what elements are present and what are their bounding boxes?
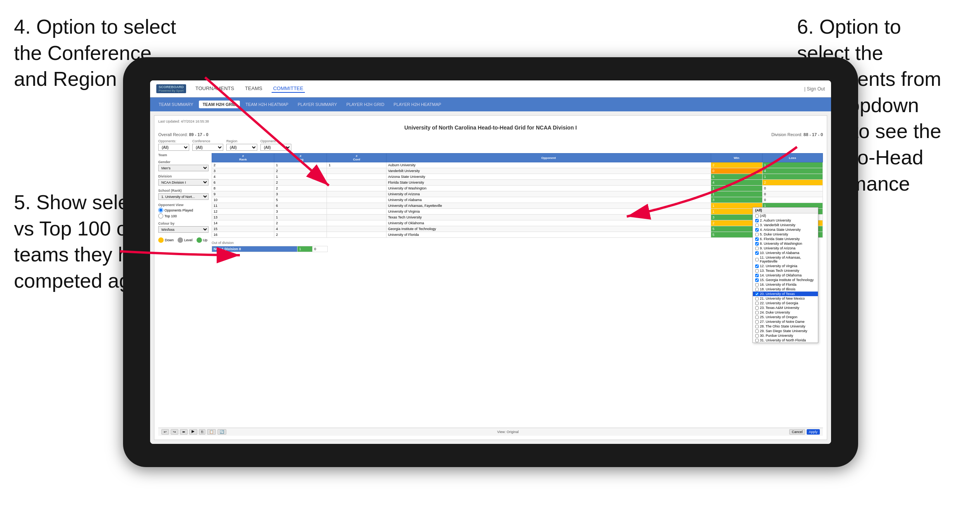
col-conf: #Conf [327,153,387,162]
cell-rank: 15 [212,226,274,232]
dropdown-item[interactable]: 21. University of New Mexico [753,296,818,301]
cell-win: 5 [711,174,762,180]
dropdown-item[interactable]: 30. Purdue University [753,333,818,338]
dropdown-item[interactable]: 28. The Ohio State University [753,324,818,329]
dropdown-item[interactable]: 31. University of North Florida [753,338,818,343]
cell-rank: 9 [212,191,274,197]
out-of-division: Out of division NCAA Division II 1 0 [212,241,823,252]
region-label: Region [226,139,257,143]
tab-h2h-grid[interactable]: TEAM H2H GRID [199,101,240,108]
copy-btn[interactable]: ⎘ [199,429,205,435]
nav-bar: SCOREBOARD Powered By Sport TOURNAMENTS … [150,80,831,97]
dropdown-item[interactable]: 5. Duke University [753,232,818,237]
dropdown-item[interactable]: (All) [753,213,818,218]
nav-signout[interactable]: | Sign Out [804,86,825,92]
cell-conf [327,220,387,226]
tab-team-summary[interactable]: TEAM SUMMARY [155,101,197,108]
dropdown-item[interactable]: 27. University of Notre Dame [753,319,818,324]
school-section: School (Rank) 1. University of Nort... [158,189,209,200]
dropdown-item[interactable]: 15. Georgia Institute of Technology [753,278,818,282]
dropdown-item[interactable]: 18. University of Illinois [753,287,818,292]
radio-opponents-played[interactable]: Opponents Played [158,208,209,213]
view-label: View: Original [497,430,518,434]
cell-rank: 4 [212,174,274,180]
cell-win: 3 [711,197,762,203]
cell-opponent: University of Florida [387,232,711,238]
table-row: 8 2 University of Washington 1 0 [212,186,823,191]
col-win: Win [711,153,762,162]
dropdown-item[interactable]: 12. University of Virginia [753,264,818,268]
back-btn[interactable]: ⬅ [180,429,188,435]
dropdown-item[interactable]: 4. Arizona State University [753,227,818,232]
cell-rank: 2 [212,162,274,168]
dropdown-item[interactable]: 8. University of Washington [753,241,818,246]
cell-conf: 1 [327,162,387,168]
table-row: 13 1 Texas Tech University 3 0 [212,215,823,220]
tab-player-h2h-heatmap[interactable]: PLAYER H2H HEATMAP [390,101,445,108]
apply-btn[interactable]: Apply [807,429,820,435]
cell-win: 1 [711,186,762,191]
dropdown-item[interactable]: 13. Texas Tech University [753,268,818,273]
dropdown-item[interactable]: 9. University of Arizona [753,246,818,251]
region-select[interactable]: (All) [226,144,257,151]
school-select[interactable]: 1. University of Nort... [158,193,209,200]
table-row: 4 1 Arizona State University 5 1 [212,174,823,180]
cell-conf [327,174,387,180]
dropdown-item[interactable]: 25. University of Oregon [753,315,818,319]
nav-committee[interactable]: COMMITTEE [272,85,305,93]
dropdown-item[interactable]: 16. University of Florida [753,282,818,287]
dropdown-item[interactable]: 24. Duke University [753,310,818,315]
radio-top-100[interactable]: Top 100 [158,213,209,218]
opponents-label: Opponents: [158,139,189,143]
cell-conf [327,226,387,232]
tab-h2h-heatmap[interactable]: TEAM H2H HEATMAP [241,101,292,108]
redo-btn[interactable]: ↪ [171,429,178,435]
cell-win: 4 [711,180,762,186]
undo-btn[interactable]: ↩ [161,429,169,435]
tablet: SCOREBOARD Powered By Sport TOURNAMENTS … [123,57,858,467]
colour-by-select[interactable]: Win/loss [158,226,209,233]
conference-select[interactable]: (All) [192,144,223,151]
division-label: Division [158,174,209,178]
cancel-btn[interactable]: Cancel [789,429,805,435]
division-select[interactable]: NCAA Division I [158,179,209,186]
cell-rank: 11 [212,203,274,209]
dropdown-item[interactable]: 22. University of Georgia [753,301,818,305]
dropdown-item[interactable]: 11. University of Arkansas, Fayetteville [753,255,818,264]
tab-player-summary[interactable]: PLAYER SUMMARY [294,101,341,108]
cell-conf [327,215,387,220]
table-row: 2 1 1 Auburn University 2 1 [212,162,823,168]
report-title: University of North Carolina Head-to-Hea… [158,125,823,131]
cell-conf [327,203,387,209]
col-rank: #Rank [212,153,274,162]
legend-level-label: Level [184,238,193,242]
dropdown-item[interactable]: 23. Texas A&M University [753,305,818,310]
cell-opponent: University of Oklahoma [387,220,711,226]
nav-tournaments[interactable]: TOURNAMENTS [194,85,236,93]
dropdown-item[interactable]: 29. San Diego State University [753,329,818,333]
radio-group: Opponents Played Top 100 [158,208,209,218]
cell-rank: 3 [212,168,274,174]
table-row: 14 2 University of Oklahoma 2 2 [212,220,823,226]
data-table: #Rank #Reg #Conf Opponent Win Loss [212,153,823,238]
forward-btn[interactable]: ⯈ [189,429,197,435]
cell-reg: 1 [274,162,327,168]
dropdown-item[interactable]: 14. University of Oklahoma [753,273,818,278]
refresh-btn[interactable]: 🔄 [217,429,226,435]
gender-select[interactable]: Men's [158,165,209,171]
cell-conf [327,209,387,215]
cell-opponent: Texas Tech University [387,215,711,220]
dropdown-item[interactable]: 2. Auburn University [753,218,818,223]
dropdown-item[interactable]: 3. Vanderbilt University [753,223,818,227]
dropdown-item[interactable]: 10. University of Alabama [753,251,818,255]
opponent-select[interactable]: (All) [260,144,291,151]
dropdown-item[interactable]: 6. Florida State University [753,237,818,241]
opponents-select[interactable]: (All) [158,144,189,151]
content-area: Last Updated: 4/7/2024 16:55:38 Universi… [154,115,827,440]
filter-region: Region (All) [226,139,257,151]
legend-down-label: Down [165,238,174,242]
dropdown-item[interactable]: 20. University of Texas [753,292,818,296]
paste-btn[interactable]: 📋 [207,429,216,435]
tab-player-h2h-grid[interactable]: PLAYER H2H GRID [342,101,388,108]
nav-teams[interactable]: TEAMS [243,85,264,93]
